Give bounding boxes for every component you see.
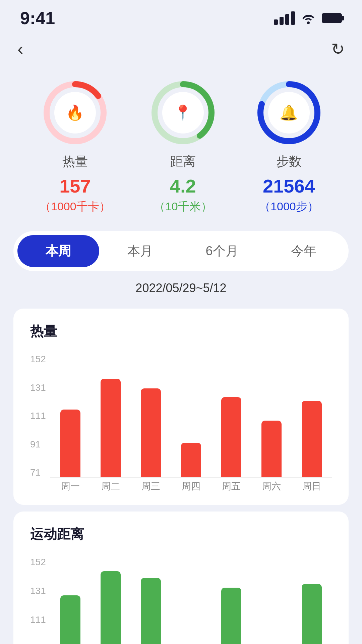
- tab-month[interactable]: 本月: [99, 235, 181, 267]
- bar-group-sun: [302, 354, 322, 477]
- dbar-group-fri: [221, 557, 241, 644]
- bar-group-sat: [261, 354, 282, 477]
- dbar-wed: [141, 578, 161, 644]
- bar-group-wed: [141, 354, 161, 477]
- y-label-1: 152: [30, 354, 46, 365]
- bar-tue: [101, 379, 121, 477]
- dbar-mon: [60, 595, 80, 644]
- status-time: 9:41: [20, 8, 55, 28]
- dy-label-3: 111: [30, 614, 46, 625]
- y-label-4: 91: [30, 439, 46, 450]
- calories-target: （1000千卡）: [40, 199, 111, 214]
- dbar-group-thu: [181, 557, 201, 644]
- dbar-group-wed: [141, 557, 161, 644]
- calories-icon: 🔥: [60, 98, 90, 128]
- status-bar: 9:41: [0, 0, 362, 32]
- dbar-tue: [101, 571, 121, 644]
- bar-group-mon: [60, 354, 80, 477]
- calories-bars: [50, 354, 332, 478]
- wifi-icon: [301, 11, 316, 25]
- signal-icon: [274, 11, 295, 25]
- steps-target: （1000步）: [259, 199, 319, 214]
- bar-fri: [221, 397, 241, 477]
- date-range: 2022/05/29~5/12: [0, 271, 362, 302]
- x-label-sat: 周六: [262, 480, 281, 493]
- distance-icon: 📍: [168, 98, 198, 128]
- calories-chart-title: 热量: [30, 322, 332, 340]
- distance-chart-title: 运动距离: [30, 525, 332, 543]
- x-label-mon: 周一: [61, 480, 80, 493]
- distance-target: （10千米）: [154, 199, 212, 214]
- stats-section: 🔥 热量 157 （1000千卡） 📍 距离 4.2 （10千米） 🔔: [0, 66, 362, 231]
- calories-label: 热量: [62, 153, 88, 170]
- tab-bar: 本周 本月 6个月 今年: [13, 231, 349, 271]
- x-label-tue: 周二: [101, 480, 120, 493]
- tab-week[interactable]: 本周: [17, 235, 99, 267]
- stat-calories: 🔥 热量 157 （1000千卡）: [40, 79, 111, 214]
- bar-sat: [261, 421, 282, 477]
- dbar-fri: [221, 588, 241, 644]
- bar-group-tue: [101, 354, 121, 477]
- battery-icon: [322, 13, 342, 23]
- calories-ring: 🔥: [42, 79, 109, 146]
- x-label-wed: 周三: [141, 480, 160, 493]
- distance-chart-area: 152 131 111 91: [30, 557, 332, 644]
- bar-sun: [302, 401, 322, 477]
- refresh-button[interactable]: ↻: [331, 40, 345, 58]
- distance-y-labels: 152 131 111 91: [30, 557, 46, 644]
- steps-label: 步数: [276, 153, 302, 170]
- x-label-fri: 周五: [222, 480, 241, 493]
- tab-year[interactable]: 今年: [263, 235, 345, 267]
- dbar-group-mon: [60, 557, 80, 644]
- calories-y-labels: 152 131 111 91 71: [30, 354, 46, 478]
- dbar-sun: [302, 584, 322, 644]
- calories-value: 157: [59, 177, 90, 196]
- dbar-group-tue: [101, 557, 121, 644]
- distance-label: 距离: [170, 153, 196, 170]
- calories-chart-card: 热量 152 131 111 91 71: [13, 309, 349, 505]
- bar-mon: [60, 410, 80, 477]
- x-label-sun: 周日: [302, 480, 321, 493]
- nav-bar: ‹ ↻: [0, 32, 362, 66]
- bar-thu: [181, 443, 201, 477]
- tab-sixmonth[interactable]: 6个月: [181, 235, 263, 267]
- bar-group-fri: [221, 354, 241, 477]
- calories-x-labels: 周一 周二 周三 周四 周五 周六 周日: [50, 478, 332, 495]
- stat-distance: 📍 距离 4.2 （10千米）: [149, 79, 217, 214]
- y-label-5: 71: [30, 467, 46, 478]
- steps-icon: 🔔: [274, 98, 304, 128]
- y-label-3: 111: [30, 411, 46, 421]
- dbar-group-sat: [261, 557, 282, 644]
- distance-value: 4.2: [170, 177, 196, 196]
- bar-group-thu: [181, 354, 201, 477]
- bar-wed: [141, 388, 161, 477]
- steps-ring: 🔔: [255, 79, 322, 146]
- back-button[interactable]: ‹: [17, 39, 23, 59]
- steps-value: 21564: [263, 177, 315, 196]
- stat-steps: 🔔 步数 21564 （1000步）: [255, 79, 322, 214]
- distance-bars: [50, 557, 332, 644]
- distance-ring: 📍: [149, 79, 217, 146]
- calories-chart-area: 152 131 111 91 71: [30, 354, 332, 495]
- distance-chart-card: 运动距离 152 131 111 91: [13, 512, 349, 644]
- dy-label-1: 152: [30, 557, 46, 568]
- status-icons: [274, 11, 342, 25]
- y-label-2: 131: [30, 382, 46, 393]
- dbar-group-sun: [302, 557, 322, 644]
- dy-label-2: 131: [30, 586, 46, 596]
- x-label-thu: 周四: [182, 480, 200, 493]
